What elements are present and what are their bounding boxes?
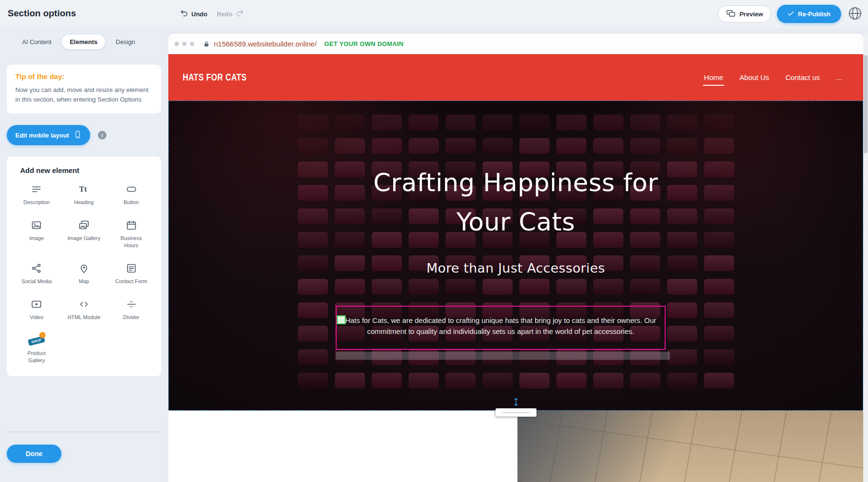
tab-elements[interactable]: Elements — [62, 34, 105, 49]
hero-tile — [519, 373, 550, 389]
language-globe-button[interactable] — [847, 6, 863, 22]
hero-subheading[interactable]: More than Just Accessories — [169, 260, 863, 276]
hero-tile — [593, 138, 623, 154]
hero-section[interactable]: Crafting Happiness for Your Cats More th… — [168, 101, 863, 411]
undo-redo-group: Undo Redo — [180, 0, 244, 28]
divider-icon — [126, 298, 137, 310]
preview-button[interactable]: Preview — [718, 5, 771, 23]
contact-form-icon — [126, 262, 137, 275]
element-label: Video — [30, 314, 43, 321]
add-element-contact-form[interactable]: Contact Form — [108, 262, 154, 285]
phone-icon — [74, 130, 82, 140]
element-label: Button — [124, 199, 139, 206]
element-label: Business Hours — [114, 235, 149, 249]
hero-tile — [482, 279, 513, 295]
add-element-business-hours[interactable]: Business Hours — [108, 219, 154, 249]
hero-tile — [298, 138, 328, 154]
scrollbar-thumb[interactable] — [864, 55, 868, 153]
hero-tile — [372, 279, 402, 295]
add-element-social-media[interactable]: Social Media — [13, 262, 60, 285]
hero-paragraph-selected[interactable]: Hats for Cats, we are dedicated to craft… — [336, 306, 666, 350]
sidebar-divider — [7, 432, 161, 432]
preview-icon — [726, 9, 736, 19]
element-label: Description — [23, 199, 50, 206]
hero-tile — [372, 115, 402, 130]
element-label: Contact Form — [115, 278, 147, 285]
info-icon[interactable]: i — [98, 131, 106, 139]
redo-label: Redo — [217, 11, 233, 18]
resize-pill[interactable] — [495, 408, 537, 417]
add-element-image-gallery[interactable]: Image Gallery — [61, 219, 107, 249]
add-element-video[interactable]: Video — [13, 298, 60, 321]
hero-tile — [446, 373, 476, 389]
lock-icon — [203, 40, 210, 48]
hero-heading[interactable]: Crafting Happiness for Your Cats — [169, 163, 863, 241]
hero-tile — [556, 373, 586, 389]
social-media-icon — [31, 262, 42, 275]
element-drag-handle[interactable] — [337, 315, 346, 324]
add-element-map[interactable]: Map — [61, 262, 107, 285]
site-logo[interactable]: HATS FOR CATS — [183, 72, 246, 83]
hero-tile — [704, 115, 734, 130]
hero-tile — [335, 279, 365, 295]
element-grid: Description Tt Heading Button Image Imag… — [13, 183, 154, 364]
element-label: Product Gallery — [19, 350, 54, 364]
add-element-html-module[interactable]: HTML Module — [61, 298, 107, 321]
hero-tile — [556, 138, 586, 154]
hero-tile — [298, 115, 328, 130]
tab-ai-content[interactable]: AI Content — [14, 34, 59, 49]
add-element-description[interactable]: Description — [13, 183, 60, 206]
site-preview: HATS FOR CATS Home About Us Contact us .… — [168, 54, 863, 482]
add-element-button[interactable]: Button — [108, 183, 154, 206]
element-label: Social Media — [22, 278, 52, 285]
hero-tile — [667, 373, 697, 389]
description-icon — [31, 183, 42, 195]
sidebar: AI Content Elements Design Tip of the da… — [0, 28, 168, 482]
get-domain-link[interactable]: GET YOUR OWN DOMAIN — [324, 40, 403, 47]
nav-more[interactable]: ... — [836, 73, 842, 81]
hero-tile — [704, 349, 734, 365]
hero-tile — [335, 373, 365, 389]
hero-tile — [630, 138, 660, 154]
nav-contact-us[interactable]: Contact us — [786, 73, 820, 81]
add-element-divider[interactable]: Divider — [108, 298, 154, 321]
next-section — [168, 411, 863, 482]
element-label: Divider — [123, 314, 140, 321]
add-element-heading[interactable]: Tt Heading — [61, 183, 107, 206]
tip-title: Tip of the day: — [15, 72, 152, 80]
hero-tile — [372, 373, 402, 389]
hero-tile — [667, 349, 697, 365]
done-button[interactable]: Done — [7, 445, 61, 463]
edit-mobile-layout-button[interactable]: Edit mobile layout — [7, 125, 90, 145]
hero-tile — [409, 115, 439, 130]
mobile-layout-row: Edit mobile layout i — [7, 125, 161, 145]
map-icon — [78, 262, 90, 275]
hero-tile — [593, 115, 623, 130]
undo-label: Undo — [191, 11, 207, 18]
nav-home[interactable]: Home — [704, 73, 723, 81]
redo-button[interactable]: Redo — [217, 9, 244, 19]
hero-tile — [446, 279, 476, 295]
tip-of-the-day-card: Tip of the day: Now you can add, move an… — [7, 65, 161, 114]
undo-icon — [180, 9, 188, 19]
svg-text:Tt: Tt — [79, 185, 87, 193]
section-resize-handle[interactable] — [495, 398, 537, 417]
hero-tile — [482, 115, 513, 130]
add-element-image[interactable]: Image — [13, 219, 60, 249]
video-icon — [31, 298, 42, 310]
page-scrollbar[interactable] — [863, 34, 868, 482]
republish-button[interactable]: Re-Publish — [777, 5, 841, 23]
hero-tile — [446, 115, 476, 130]
add-element-product-gallery[interactable]: SHOP ↑ Product Gallery — [13, 334, 60, 364]
nav-about-us[interactable]: About Us — [739, 73, 769, 81]
hero-tile — [704, 373, 734, 389]
hero-tile — [519, 138, 550, 154]
add-element-panel: Add new element Description Tt Heading B… — [7, 157, 161, 376]
edit-mobile-label: Edit mobile layout — [15, 132, 69, 139]
undo-button[interactable]: Undo — [180, 9, 207, 19]
hero-tile — [298, 302, 328, 318]
site-url: n1566589.websitebuilder.online/ — [214, 40, 317, 48]
hero-tile — [335, 138, 365, 154]
hero-tile — [667, 138, 697, 154]
tab-design[interactable]: Design — [108, 34, 142, 49]
